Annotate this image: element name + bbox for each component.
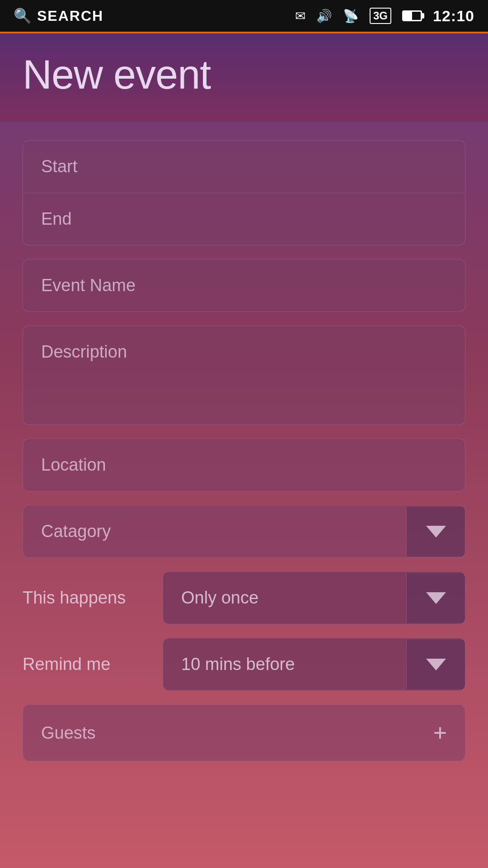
- this-happens-dropdown-button[interactable]: [406, 573, 465, 623]
- status-bar-right: ✉ 🔊 📡 3G 12:10: [295, 7, 474, 25]
- location-placeholder: Location: [41, 455, 106, 475]
- category-dropdown[interactable]: Catagory: [23, 505, 465, 558]
- mail-icon: ✉: [295, 9, 305, 24]
- this-happens-dropdown[interactable]: Only once: [163, 571, 465, 624]
- remind-me-label: Remind me: [23, 655, 149, 674]
- guests-row[interactable]: Guests +: [23, 704, 465, 761]
- chevron-down-icon: [426, 592, 446, 604]
- network-badge: 3G: [370, 8, 391, 24]
- end-label: End: [41, 209, 72, 229]
- event-name-placeholder: Event Name: [41, 276, 136, 295]
- description-field[interactable]: Description: [23, 326, 465, 425]
- start-label: Start: [41, 157, 77, 176]
- page-header: New event: [0, 33, 488, 121]
- this-happens-label: This happens: [23, 588, 149, 608]
- category-label: Catagory: [23, 505, 406, 557]
- volume-icon: 🔊: [316, 9, 332, 24]
- clock: 12:10: [433, 7, 474, 25]
- podcast-icon: 📡: [343, 9, 359, 24]
- this-happens-value: Only once: [163, 572, 406, 624]
- this-happens-row: This happens Only once: [23, 571, 465, 624]
- description-placeholder: Description: [41, 342, 127, 361]
- end-row[interactable]: End: [23, 193, 465, 245]
- battery-indicator: [402, 10, 422, 21]
- location-field[interactable]: Location: [23, 439, 465, 491]
- search-bar-button[interactable]: 🔍 SEARCH: [14, 7, 103, 24]
- status-bar-left: 🔍 SEARCH: [14, 7, 103, 24]
- search-icon: 🔍: [14, 7, 33, 24]
- add-guest-icon[interactable]: +: [433, 721, 447, 745]
- category-dropdown-button[interactable]: [406, 507, 465, 557]
- search-label: SEARCH: [37, 8, 103, 24]
- status-bar: 🔍 SEARCH ✉ 🔊 📡 3G 12:10: [0, 0, 488, 32]
- start-end-group: Start End: [23, 140, 465, 245]
- event-name-field[interactable]: Event Name: [23, 259, 465, 312]
- start-row[interactable]: Start: [23, 141, 465, 193]
- chevron-down-icon: [426, 526, 446, 538]
- guests-label: Guests: [41, 723, 95, 743]
- battery-fill: [404, 12, 412, 20]
- page-title: New event: [23, 52, 465, 98]
- remind-me-row: Remind me 10 mins before: [23, 638, 465, 691]
- chevron-down-icon: [426, 659, 446, 670]
- remind-me-dropdown-button[interactable]: [406, 640, 465, 689]
- form-area: Start End Event Name Description Locatio…: [0, 122, 488, 779]
- remind-me-value: 10 mins before: [163, 638, 406, 690]
- remind-me-dropdown[interactable]: 10 mins before: [163, 638, 465, 691]
